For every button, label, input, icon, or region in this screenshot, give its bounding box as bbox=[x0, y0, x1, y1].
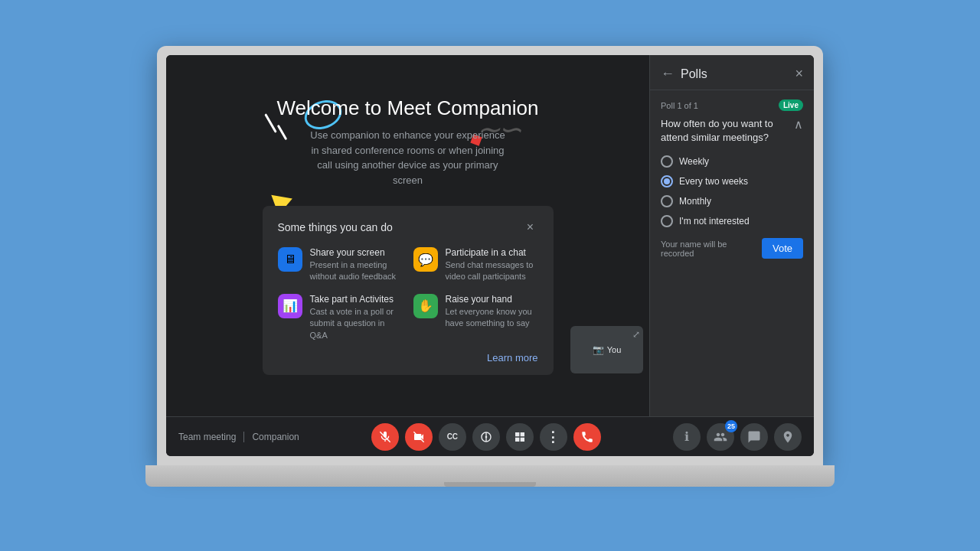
poll-collapse-icon[interactable]: ∧ bbox=[794, 117, 803, 132]
tip-share-screen-desc: Present in a meeting without audio feedb… bbox=[310, 259, 403, 283]
meeting-name: Team meeting bbox=[178, 432, 236, 442]
tip-chat: 💬 Participate in a chat Send chat messag… bbox=[413, 247, 538, 283]
poll-option-weekly[interactable]: Weekly bbox=[661, 155, 803, 168]
activities-right-button[interactable] bbox=[774, 423, 802, 451]
polls-panel-body: Poll 1 of 1 Live How often do you want t… bbox=[650, 90, 814, 416]
toolbar-right: ℹ 25 bbox=[673, 423, 802, 451]
tips-close-button[interactable]: × bbox=[523, 220, 538, 235]
polls-back-button[interactable]: ← bbox=[661, 66, 675, 82]
tip-raise-hand-desc: Let everyone know you have something to … bbox=[446, 306, 538, 330]
tips-dialog: Some things you can do × 🖥 Share your sc… bbox=[263, 206, 554, 375]
mic-button[interactable] bbox=[371, 423, 399, 451]
screen-content: ∼∽ Welcome to Meet Companion Use compani… bbox=[166, 55, 814, 416]
laptop-screen: ∼∽ Welcome to Meet Companion Use compani… bbox=[166, 55, 814, 456]
tips-dialog-title: Some things you can do bbox=[278, 221, 393, 233]
poll-live-badge: Live bbox=[779, 99, 803, 111]
bottom-toolbar: Team meeting Companion CC bbox=[166, 416, 814, 456]
welcome-title: Welcome to Meet Companion bbox=[276, 96, 538, 120]
tips-dialog-header: Some things you can do × bbox=[278, 220, 538, 235]
tip-activities-desc: Cast a vote in a poll or submit a questi… bbox=[310, 306, 403, 341]
radio-every-two-weeks bbox=[661, 175, 673, 187]
tip-share-screen-title: Share your screen bbox=[310, 247, 403, 258]
toolbar-left: Team meeting Companion bbox=[178, 432, 299, 442]
tip-raise-hand: ✋ Raise your hand Let everyone know you … bbox=[413, 294, 538, 341]
vote-button[interactable]: Vote bbox=[762, 238, 803, 259]
info-button[interactable]: ℹ bbox=[673, 423, 701, 451]
poll-option-every-two-weeks[interactable]: Every two weeks bbox=[661, 175, 803, 187]
meet-main-area: ∼∽ Welcome to Meet Companion Use compani… bbox=[166, 55, 649, 416]
tips-grid: 🖥 Share your screen Present in a meeting… bbox=[278, 247, 538, 341]
cam-button[interactable] bbox=[405, 423, 433, 451]
tip-raise-hand-icon: ✋ bbox=[413, 294, 438, 318]
tip-raise-hand-title: Raise your hand bbox=[446, 294, 538, 305]
polls-panel: ← Polls × Poll 1 of 1 Live How often do … bbox=[649, 55, 814, 416]
toolbar-center: CC ⋮ bbox=[371, 423, 601, 451]
polls-panel-title: Polls bbox=[681, 67, 789, 81]
tip-activities-icon: 📊 bbox=[278, 294, 302, 318]
poll-question: How often do you want to attend similar … bbox=[661, 117, 789, 145]
tip-share-screen-icon: 🖥 bbox=[278, 247, 302, 272]
poll-option-weekly-label: Weekly bbox=[679, 156, 709, 167]
poll-meta: Poll 1 of 1 Live bbox=[661, 99, 803, 111]
layout-button[interactable] bbox=[506, 423, 534, 451]
poll-option-monthly-label: Monthly bbox=[679, 196, 711, 207]
welcome-section: Welcome to Meet Companion Use companion … bbox=[276, 96, 538, 187]
poll-name-note: Your name will be recorded bbox=[661, 240, 762, 258]
radio-weekly bbox=[661, 155, 673, 168]
learn-more-link[interactable]: Learn more bbox=[487, 352, 537, 364]
people-button[interactable]: 25 bbox=[707, 423, 734, 451]
activities-button[interactable] bbox=[472, 423, 500, 451]
polls-close-button[interactable]: × bbox=[795, 66, 803, 82]
tip-share-screen: 🖥 Share your screen Present in a meeting… bbox=[278, 247, 403, 283]
tip-chat-title: Participate in a chat bbox=[446, 247, 538, 258]
radio-not-interested bbox=[661, 215, 673, 227]
radio-every-two-weeks-fill bbox=[664, 178, 670, 184]
tips-footer: Learn more bbox=[278, 350, 538, 364]
cam-off-icon: 📷 bbox=[593, 344, 604, 355]
expand-tile-icon[interactable]: ⤢ bbox=[632, 329, 640, 340]
more-options-button[interactable]: ⋮ bbox=[540, 423, 567, 451]
toolbar-separator bbox=[243, 432, 244, 442]
companion-label: Companion bbox=[252, 432, 299, 442]
tip-activities: 📊 Take part in Activites Cast a vote in … bbox=[278, 294, 403, 341]
welcome-subtitle: Use companion to enhance your experience… bbox=[308, 128, 507, 187]
poll-question-row: How often do you want to attend similar … bbox=[661, 117, 803, 145]
screen-bezel: ∼∽ Welcome to Meet Companion Use compani… bbox=[157, 46, 823, 465]
end-call-button[interactable] bbox=[573, 423, 601, 451]
tip-activities-title: Take part in Activites bbox=[310, 294, 403, 305]
poll-option-every-two-weeks-label: Every two weeks bbox=[679, 176, 748, 187]
decorative-slash1 bbox=[264, 113, 277, 133]
chat-button[interactable] bbox=[740, 423, 768, 451]
tip-chat-desc: Send chat messages to video call partici… bbox=[446, 259, 538, 283]
poll-count: Poll 1 of 1 bbox=[661, 101, 698, 110]
laptop: ∼∽ Welcome to Meet Companion Use compani… bbox=[145, 46, 835, 505]
poll-options-list: Weekly Every two weeks bbox=[661, 155, 803, 227]
self-video-tile: 📷 You ⤢ bbox=[570, 326, 643, 373]
poll-footer: Your name will be recorded Vote bbox=[661, 238, 803, 259]
laptop-base bbox=[145, 465, 835, 487]
poll-option-monthly[interactable]: Monthly bbox=[661, 195, 803, 207]
radio-monthly bbox=[661, 195, 673, 207]
people-count-badge: 25 bbox=[725, 420, 737, 432]
tip-chat-icon: 💬 bbox=[413, 247, 438, 272]
polls-panel-header: ← Polls × bbox=[650, 55, 814, 90]
poll-option-not-interested-label: I'm not interested bbox=[679, 216, 750, 227]
captions-button[interactable]: CC bbox=[439, 423, 466, 451]
self-video-label: You bbox=[607, 345, 622, 354]
poll-option-not-interested[interactable]: I'm not interested bbox=[661, 215, 803, 227]
